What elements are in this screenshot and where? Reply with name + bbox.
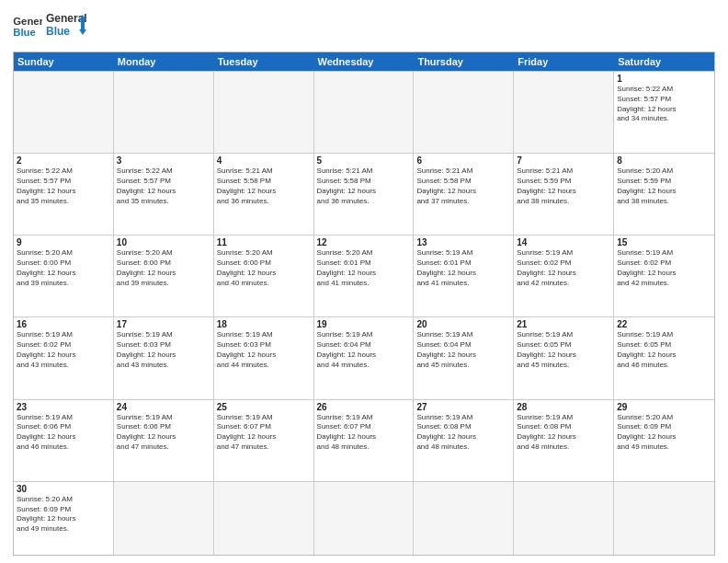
day-cell: 11Sunrise: 5:20 AM Sunset: 6:00 PM Dayli…: [214, 236, 314, 316]
day-cell: 23Sunrise: 5:19 AM Sunset: 6:06 PM Dayli…: [14, 400, 114, 481]
day-number: 26: [317, 402, 411, 412]
day-header-saturday: Saturday: [614, 52, 714, 71]
day-number: 9: [17, 237, 110, 247]
day-cell: [214, 482, 314, 555]
day-info: Sunrise: 5:19 AM Sunset: 6:04 PM Dayligh…: [416, 330, 510, 370]
day-number: 22: [617, 319, 711, 329]
week-row-6: 30Sunrise: 5:20 AM Sunset: 6:09 PM Dayli…: [14, 481, 714, 555]
day-number: 24: [117, 402, 210, 412]
day-cell: 20Sunrise: 5:19 AM Sunset: 6:04 PM Dayli…: [414, 317, 514, 398]
week-row-3: 9Sunrise: 5:20 AM Sunset: 6:00 PM Daylig…: [14, 235, 714, 316]
day-info: Sunrise: 5:19 AM Sunset: 6:02 PM Dayligh…: [517, 248, 610, 288]
day-cell: 12Sunrise: 5:20 AM Sunset: 6:01 PM Dayli…: [314, 236, 415, 316]
day-info: Sunrise: 5:19 AM Sunset: 6:02 PM Dayligh…: [617, 248, 711, 288]
day-cell: [514, 72, 614, 153]
day-number: 30: [17, 484, 110, 494]
day-number: 12: [317, 237, 411, 247]
day-cell: 17Sunrise: 5:19 AM Sunset: 6:03 PM Dayli…: [114, 317, 214, 398]
day-info: Sunrise: 5:22 AM Sunset: 5:57 PM Dayligh…: [617, 85, 711, 124]
day-cell: 9Sunrise: 5:20 AM Sunset: 6:00 PM Daylig…: [14, 236, 114, 316]
day-number: 1: [617, 74, 711, 84]
day-cell: 19Sunrise: 5:19 AM Sunset: 6:04 PM Dayli…: [314, 317, 415, 398]
day-cell: [114, 482, 214, 555]
day-cell: 13Sunrise: 5:19 AM Sunset: 6:01 PM Dayli…: [414, 236, 514, 316]
day-info: Sunrise: 5:19 AM Sunset: 6:03 PM Dayligh…: [117, 330, 210, 370]
day-info: Sunrise: 5:19 AM Sunset: 6:02 PM Dayligh…: [17, 330, 110, 370]
day-header-tuesday: Tuesday: [214, 52, 314, 71]
day-cell: 8Sunrise: 5:20 AM Sunset: 5:59 PM Daylig…: [614, 154, 714, 235]
day-cell: 1Sunrise: 5:22 AM Sunset: 5:57 PM Daylig…: [614, 72, 714, 153]
day-cell: [414, 482, 514, 555]
svg-text:Blue: Blue: [13, 27, 36, 38]
day-cell: 27Sunrise: 5:19 AM Sunset: 6:08 PM Dayli…: [414, 400, 514, 481]
day-cell: 22Sunrise: 5:19 AM Sunset: 6:05 PM Dayli…: [614, 317, 714, 398]
calendar-weeks: 1Sunrise: 5:22 AM Sunset: 5:57 PM Daylig…: [14, 71, 714, 555]
day-info: Sunrise: 5:21 AM Sunset: 5:58 PM Dayligh…: [416, 167, 510, 206]
day-info: Sunrise: 5:20 AM Sunset: 6:01 PM Dayligh…: [317, 248, 411, 288]
day-cell: 2Sunrise: 5:22 AM Sunset: 5:57 PM Daylig…: [14, 154, 114, 235]
day-info: Sunrise: 5:22 AM Sunset: 5:57 PM Dayligh…: [17, 167, 110, 206]
day-number: 27: [416, 402, 510, 412]
day-info: Sunrise: 5:19 AM Sunset: 6:08 PM Dayligh…: [416, 413, 510, 453]
day-number: 25: [217, 402, 311, 412]
day-cell: [14, 72, 114, 153]
day-cell: [114, 72, 214, 153]
day-number: 2: [17, 155, 110, 166]
day-info: Sunrise: 5:19 AM Sunset: 6:05 PM Dayligh…: [517, 330, 610, 370]
day-info: Sunrise: 5:19 AM Sunset: 6:06 PM Dayligh…: [117, 413, 210, 453]
day-cell: 7Sunrise: 5:21 AM Sunset: 5:59 PM Daylig…: [514, 154, 614, 235]
day-info: Sunrise: 5:20 AM Sunset: 6:09 PM Dayligh…: [617, 413, 711, 453]
day-header-friday: Friday: [514, 52, 614, 71]
day-number: 18: [217, 319, 311, 329]
day-info: Sunrise: 5:19 AM Sunset: 6:04 PM Dayligh…: [317, 330, 411, 370]
svg-text:General: General: [13, 16, 42, 27]
day-header-thursday: Thursday: [414, 52, 514, 71]
day-cell: [414, 72, 514, 153]
day-cell: 10Sunrise: 5:20 AM Sunset: 6:00 PM Dayli…: [114, 236, 214, 316]
day-cell: [614, 482, 714, 555]
day-cell: 5Sunrise: 5:21 AM Sunset: 5:58 PM Daylig…: [314, 154, 415, 235]
day-info: Sunrise: 5:21 AM Sunset: 5:58 PM Dayligh…: [317, 167, 411, 206]
day-info: Sunrise: 5:19 AM Sunset: 6:06 PM Dayligh…: [17, 413, 110, 453]
day-cell: 29Sunrise: 5:20 AM Sunset: 6:09 PM Dayli…: [614, 400, 714, 481]
day-number: 5: [317, 155, 411, 166]
day-info: Sunrise: 5:21 AM Sunset: 5:59 PM Dayligh…: [517, 167, 610, 206]
day-cell: [514, 482, 614, 555]
day-cell: [214, 72, 314, 153]
logo: General Blue General Blue: [13, 9, 86, 46]
week-row-4: 16Sunrise: 5:19 AM Sunset: 6:02 PM Dayli…: [14, 316, 714, 398]
day-number: 23: [17, 402, 110, 412]
day-number: 7: [517, 155, 610, 166]
day-cell: 26Sunrise: 5:19 AM Sunset: 6:07 PM Dayli…: [314, 400, 415, 481]
day-number: 21: [517, 319, 610, 329]
day-cell: 30Sunrise: 5:20 AM Sunset: 6:09 PM Dayli…: [14, 482, 114, 555]
day-info: Sunrise: 5:20 AM Sunset: 6:09 PM Dayligh…: [17, 495, 110, 534]
day-number: 14: [517, 237, 610, 247]
day-number: 17: [117, 319, 210, 329]
day-info: Sunrise: 5:22 AM Sunset: 5:57 PM Dayligh…: [117, 167, 210, 206]
calendar: SundayMondayTuesdayWednesdayThursdayFrid…: [13, 52, 715, 556]
day-header-wednesday: Wednesday: [314, 52, 415, 71]
day-header-sunday: Sunday: [14, 52, 114, 71]
day-info: Sunrise: 5:19 AM Sunset: 6:07 PM Dayligh…: [217, 413, 311, 453]
page-header: General Blue General Blue: [13, 9, 715, 46]
day-info: Sunrise: 5:20 AM Sunset: 6:00 PM Dayligh…: [117, 248, 210, 288]
day-cell: 16Sunrise: 5:19 AM Sunset: 6:02 PM Dayli…: [14, 317, 114, 398]
day-info: Sunrise: 5:19 AM Sunset: 6:05 PM Dayligh…: [617, 330, 711, 370]
day-cell: 18Sunrise: 5:19 AM Sunset: 6:03 PM Dayli…: [214, 317, 314, 398]
day-number: 13: [416, 237, 510, 247]
day-number: 10: [117, 237, 210, 247]
day-headers: SundayMondayTuesdayWednesdayThursdayFrid…: [14, 52, 714, 71]
day-info: Sunrise: 5:20 AM Sunset: 6:00 PM Dayligh…: [217, 248, 311, 288]
day-info: Sunrise: 5:19 AM Sunset: 6:01 PM Dayligh…: [416, 248, 510, 288]
svg-text:Blue: Blue: [46, 25, 70, 38]
day-cell: 25Sunrise: 5:19 AM Sunset: 6:07 PM Dayli…: [214, 400, 314, 481]
day-number: 8: [617, 155, 711, 166]
day-cell: 6Sunrise: 5:21 AM Sunset: 5:58 PM Daylig…: [414, 154, 514, 235]
day-number: 4: [217, 155, 311, 166]
week-row-2: 2Sunrise: 5:22 AM Sunset: 5:57 PM Daylig…: [14, 153, 714, 235]
day-info: Sunrise: 5:19 AM Sunset: 6:03 PM Dayligh…: [217, 330, 311, 370]
week-row-1: 1Sunrise: 5:22 AM Sunset: 5:57 PM Daylig…: [14, 71, 714, 153]
day-cell: [314, 72, 415, 153]
day-number: 19: [317, 319, 411, 329]
